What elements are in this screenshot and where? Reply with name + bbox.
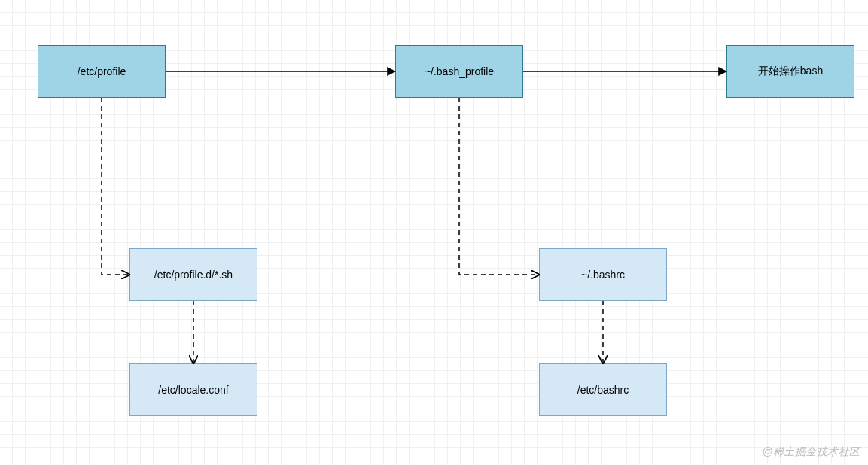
node-label: /etc/profile	[78, 65, 126, 78]
node-label: /etc/bashrc	[577, 384, 629, 396]
node-etc-bashrc: /etc/bashrc	[539, 363, 667, 416]
node-etc-profile: /etc/profile	[38, 45, 166, 98]
node-label: ~/.bashrc	[581, 269, 625, 281]
node-label: /etc/locale.conf	[158, 384, 228, 396]
node-label: /etc/profile.d/*.sh	[154, 269, 233, 281]
node-locale-conf: /etc/locale.conf	[129, 363, 257, 416]
edge-bashprofile-to-bashrchome	[459, 98, 539, 275]
node-bashrc-home: ~/.bashrc	[539, 248, 667, 301]
node-profile-d: /etc/profile.d/*.sh	[129, 248, 257, 301]
edge-etcprofile-to-profiled	[102, 98, 129, 275]
node-start-bash: 开始操作bash	[726, 45, 854, 98]
watermark: @稀土掘金技术社区	[762, 445, 860, 459]
node-label: 开始操作bash	[758, 65, 823, 78]
node-label: ~/.bash_profile	[425, 65, 494, 78]
node-bash-profile: ~/.bash_profile	[395, 45, 523, 98]
